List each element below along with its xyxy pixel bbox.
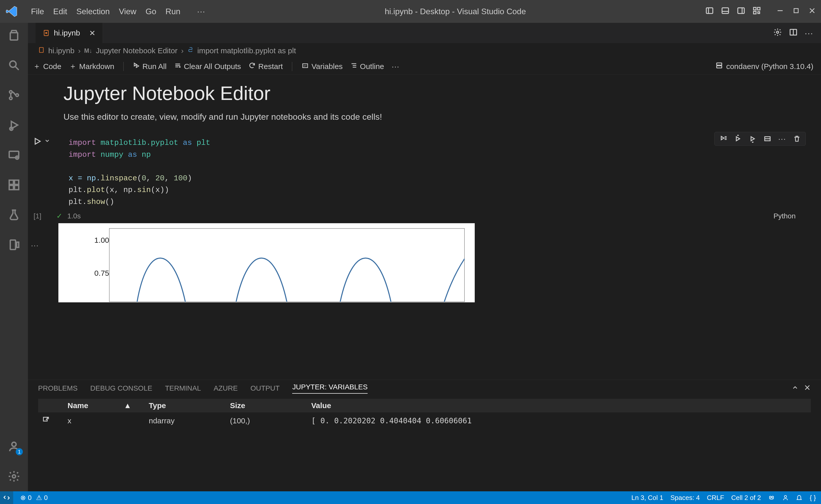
customize-layout-icon[interactable] bbox=[753, 6, 761, 17]
code-editor[interactable]: import matplotlib.pyplot as plt import n… bbox=[58, 134, 806, 210]
svg-point-67 bbox=[770, 496, 771, 498]
minimize-icon[interactable] bbox=[776, 7, 784, 16]
status-cell[interactable]: Cell 2 of 2 bbox=[731, 494, 761, 502]
accounts-icon[interactable]: 1 bbox=[7, 439, 21, 454]
code-cell[interactable]: ··· import matplotlib.pyplot as plt impo… bbox=[63, 134, 806, 302]
col-type[interactable]: Type bbox=[149, 401, 230, 410]
configure-notebook-icon[interactable] bbox=[773, 28, 782, 38]
chevron-down-icon[interactable] bbox=[44, 137, 50, 146]
settings-gear-icon[interactable] bbox=[7, 469, 21, 484]
bottom-panel: PROBLEMS DEBUG CONSOLE TERMINAL AZURE OU… bbox=[28, 380, 821, 491]
var-size: (100,) bbox=[230, 416, 311, 425]
toggle-secondary-sidebar-icon[interactable] bbox=[737, 6, 745, 17]
svg-rect-24 bbox=[9, 180, 13, 184]
panel-close-icon[interactable] bbox=[804, 384, 811, 393]
chevron-right-icon: › bbox=[78, 46, 80, 55]
close-icon[interactable] bbox=[808, 7, 816, 16]
tab-hi-ipynb[interactable]: hi.ipynb ✕ bbox=[36, 23, 103, 43]
restart-icon bbox=[249, 62, 256, 71]
svg-marker-52 bbox=[721, 136, 724, 140]
svg-marker-60 bbox=[35, 138, 40, 144]
col-name[interactable]: Name▲ bbox=[67, 401, 149, 410]
execute-below-icon[interactable] bbox=[748, 134, 757, 143]
breadcrumb-file[interactable]: hi.ipynb bbox=[48, 46, 74, 55]
panel-tab-terminal[interactable]: TERMINAL bbox=[165, 384, 201, 392]
svg-rect-11 bbox=[794, 8, 798, 12]
extensions-icon[interactable] bbox=[7, 178, 21, 192]
panel-tab-problems[interactable]: PROBLEMS bbox=[38, 384, 78, 392]
status-prettier-icon[interactable]: { } bbox=[810, 494, 816, 502]
menu-go[interactable]: Go bbox=[145, 7, 156, 16]
svg-point-17 bbox=[9, 91, 12, 93]
remote-explorer-icon[interactable] bbox=[7, 148, 21, 162]
output-options-icon[interactable]: ··· bbox=[31, 241, 39, 250]
toggle-panel-icon[interactable] bbox=[721, 6, 730, 17]
run-debug-icon[interactable] bbox=[7, 118, 21, 132]
btn-label: Variables bbox=[312, 62, 343, 71]
more-cell-actions-icon[interactable]: ··· bbox=[778, 134, 787, 143]
btn-label: Markdown bbox=[79, 62, 114, 71]
variables-button[interactable]: x= Variables bbox=[301, 62, 343, 71]
status-errors[interactable]: ⊗ 0 ⚠ 0 bbox=[20, 494, 48, 502]
add-markdown-cell-button[interactable]: ＋ Markdown bbox=[69, 61, 114, 72]
add-code-cell-button[interactable]: ＋ Code bbox=[33, 61, 61, 72]
menu-edit[interactable]: Edit bbox=[53, 7, 67, 16]
menu-run[interactable]: Run bbox=[165, 7, 180, 16]
divider bbox=[123, 62, 124, 71]
menu-selection[interactable]: Selection bbox=[76, 7, 110, 16]
delete-cell-icon[interactable] bbox=[792, 134, 801, 143]
maximize-icon[interactable] bbox=[793, 7, 800, 16]
vscode-logo-icon bbox=[5, 5, 18, 18]
testing-icon[interactable] bbox=[7, 207, 21, 222]
panel-tab-jupyter-variables[interactable]: JUPYTER: VARIABLES bbox=[292, 383, 368, 394]
status-spaces[interactable]: Spaces: 4 bbox=[671, 494, 700, 502]
kernel-picker[interactable]: condaenv (Python 3.10.4) bbox=[715, 62, 813, 71]
panel-maximize-icon[interactable] bbox=[792, 384, 799, 393]
outline-button[interactable]: Outline bbox=[350, 62, 384, 71]
status-copilot-icon[interactable] bbox=[768, 494, 775, 501]
explorer-icon[interactable] bbox=[7, 28, 21, 43]
open-in-data-viewer-icon[interactable] bbox=[42, 416, 67, 425]
cell-language[interactable]: Python bbox=[774, 212, 796, 220]
remote-indicator[interactable] bbox=[0, 491, 13, 504]
run-by-line-icon[interactable] bbox=[719, 134, 728, 143]
svg-rect-0 bbox=[706, 8, 713, 13]
status-eol[interactable]: CRLF bbox=[707, 494, 724, 502]
svg-point-68 bbox=[772, 496, 774, 498]
run-cell-icon[interactable] bbox=[33, 137, 42, 146]
breadcrumb-section[interactable]: Jupyter Notebook Editor bbox=[96, 46, 177, 55]
var-name: x bbox=[67, 416, 149, 425]
toolbar-overflow-icon[interactable]: ··· bbox=[392, 62, 400, 71]
svg-rect-2 bbox=[722, 8, 729, 13]
clear-outputs-button[interactable]: Clear All Outputs bbox=[174, 62, 241, 71]
status-notifications-icon[interactable] bbox=[796, 494, 802, 501]
restart-kernel-button[interactable]: Restart bbox=[249, 62, 283, 71]
menu-file[interactable]: File bbox=[31, 7, 44, 16]
status-feedback-icon[interactable] bbox=[782, 494, 789, 501]
source-control-icon[interactable] bbox=[7, 88, 21, 102]
split-cell-icon[interactable] bbox=[763, 134, 772, 143]
more-actions-icon[interactable]: ··· bbox=[805, 28, 813, 38]
table-row[interactable]: x ndarray (100,) [ 0. 0.2020202 0.404040… bbox=[38, 412, 811, 429]
tab-close-icon[interactable]: ✕ bbox=[89, 29, 95, 38]
breadcrumb[interactable]: hi.ipynb › M↓ Jupyter Notebook Editor › … bbox=[28, 43, 821, 58]
svg-rect-8 bbox=[754, 11, 756, 14]
run-all-button[interactable]: Run All bbox=[133, 62, 166, 71]
col-size[interactable]: Size bbox=[230, 401, 311, 410]
cell-status-row: [1] ✓ 1.0s Python bbox=[33, 212, 806, 220]
split-editor-icon[interactable] bbox=[789, 28, 798, 38]
panel-tab-output[interactable]: OUTPUT bbox=[250, 384, 280, 392]
timeline-icon[interactable] bbox=[7, 237, 21, 252]
status-ln-col[interactable]: Ln 3, Col 1 bbox=[632, 494, 663, 502]
col-value[interactable]: Value bbox=[311, 401, 807, 410]
variables-table: Name▲ Type Size Value x ndarray (100,) [… bbox=[38, 399, 811, 429]
panel-tab-debug-console[interactable]: DEBUG CONSOLE bbox=[90, 384, 152, 392]
svg-point-18 bbox=[9, 97, 12, 99]
toggle-primary-sidebar-icon[interactable] bbox=[705, 6, 714, 17]
execute-above-icon[interactable] bbox=[733, 134, 743, 143]
menu-view[interactable]: View bbox=[119, 7, 136, 16]
search-icon[interactable] bbox=[7, 58, 21, 73]
breadcrumb-cell[interactable]: import matplotlib.pyplot as plt bbox=[197, 46, 296, 55]
panel-tab-azure[interactable]: AZURE bbox=[214, 384, 238, 392]
menu-overflow-icon[interactable]: ··· bbox=[197, 7, 206, 16]
